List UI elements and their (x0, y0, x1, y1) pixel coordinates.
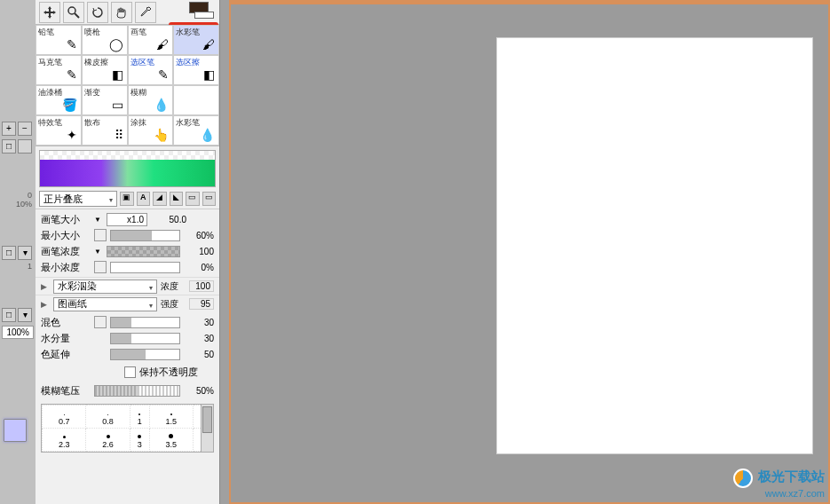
wc-bleed-density-label: 浓度 (161, 280, 186, 293)
brush-sel-erase[interactable]: 选区擦◧ (173, 55, 219, 85)
rotate-tool[interactable] (87, 2, 108, 23)
brush-bucket[interactable]: 油漆桶🪣 (36, 85, 82, 115)
canvas-viewport[interactable] (229, 0, 830, 504)
box-button-2[interactable] (18, 139, 32, 154)
density-label: 画笔浓度 (41, 245, 91, 258)
size-cell[interactable]: 2.6 (86, 429, 130, 452)
brush-watercolor2[interactable]: 水彩笔💧 (173, 115, 219, 146)
canvas-tools-row (36, 0, 219, 25)
minus-button[interactable]: − (18, 122, 32, 136)
eyedropper-tool[interactable] (135, 2, 156, 23)
size-cell[interactable]: 1 (130, 406, 149, 429)
wc-bleed-select[interactable]: 水彩泅染 (53, 280, 157, 294)
canvas[interactable] (497, 38, 812, 453)
gradient-preview[interactable] (39, 150, 216, 187)
svg-line-1 (75, 13, 79, 18)
min-density-icon[interactable] (94, 261, 107, 273)
blur-pressure-value: 50% (184, 386, 214, 396)
blend-btn-2[interactable]: ◢ (153, 192, 167, 206)
brush-brush[interactable]: 画笔🖌 (128, 25, 174, 55)
svg-point-0 (68, 7, 75, 14)
brush-effect[interactable]: 特效笔✦ (36, 115, 82, 146)
brush-blur[interactable]: 模糊💧 (128, 85, 174, 115)
paper-strength-label: 强度 (161, 298, 186, 311)
paper-select[interactable]: 图画纸 (53, 297, 157, 311)
blend-mode-select[interactable]: 正片叠底 (39, 191, 117, 207)
min-density-slider[interactable] (110, 262, 180, 273)
blend-mode-row: 正片叠底 ▣ A ◢ ◣ ▭ ▭ (36, 189, 219, 209)
watermark: 极光下载站 www.xz7.com (733, 469, 825, 499)
size-cell[interactable]: 0.8 (86, 406, 130, 429)
brush-sel-pen[interactable]: 选区笔✎ (128, 55, 174, 85)
value-1: 1 (0, 262, 36, 271)
blend-btn-3[interactable]: ◣ (170, 192, 184, 206)
brush-size-arrow[interactable]: ▼ (94, 216, 103, 224)
blur-pressure-slider[interactable] (94, 385, 180, 397)
blend-btn-1[interactable]: ▣ (120, 192, 134, 206)
blend-btn-a[interactable]: A (137, 192, 151, 206)
brush-size-label: 画笔大小 (41, 213, 91, 226)
mix-water-slider[interactable] (110, 333, 180, 344)
far-left-strip: + − □ 0 10% □ ▾ 1 □ ▾ 100% (0, 0, 36, 504)
brush-airbrush[interactable]: 喷枪◯ (82, 25, 128, 55)
density-slider[interactable] (107, 246, 180, 257)
hand-tool[interactable] (111, 2, 132, 23)
min-size-slider[interactable] (110, 230, 180, 241)
box-button-3[interactable]: □ (2, 246, 16, 260)
size-cell[interactable]: 3.5 (149, 429, 193, 452)
brush-marker[interactable]: 马克笔✎ (36, 55, 82, 85)
density-arrow[interactable]: ▼ (94, 248, 103, 256)
brush-gradient[interactable]: 渐变▭ (82, 85, 128, 115)
size-cell[interactable]: 2.3 (43, 429, 86, 452)
min-size-label: 最小大小 (41, 229, 91, 242)
color-swatches[interactable] (189, 2, 214, 19)
brush-empty1[interactable] (173, 85, 219, 115)
blend-btn-5[interactable]: ▭ (202, 192, 217, 206)
mix-blend-icon[interactable] (94, 316, 107, 328)
brush-size-grid[interactable]: 0.70.811.522.32.633.54 (41, 404, 214, 453)
value-0: 0 (0, 191, 36, 200)
min-density-value: 0% (184, 263, 214, 272)
mix-blend-value: 30 (184, 318, 214, 327)
min-size-icon[interactable] (94, 229, 107, 241)
size-grid-scrollbar[interactable] (201, 405, 213, 452)
zoom-tool[interactable] (63, 2, 84, 23)
keep-opacity-checkbox[interactable] (124, 366, 136, 378)
color-swatch-preview[interactable] (4, 419, 27, 442)
brush-watercolor[interactable]: 水彩笔🖌 (173, 25, 219, 55)
watermark-url: www.xz7.com (733, 488, 825, 499)
brush-pencil[interactable]: 铅笔✎ (36, 25, 82, 55)
wc-bleed-density-value[interactable]: 100 (189, 280, 214, 292)
zoom-100[interactable]: 100% (2, 326, 34, 339)
move-tool[interactable] (39, 2, 60, 23)
mix-spread-slider[interactable] (110, 349, 180, 360)
tool-panel: 铅笔✎喷枪◯画笔🖌水彩笔🖌马克笔✎橡皮擦◧选区笔✎选区擦◧油漆桶🪣渐变▭模糊💧特… (36, 0, 220, 504)
dropdown-button[interactable]: ▾ (18, 246, 32, 260)
mix-blend-slider[interactable] (110, 317, 180, 328)
size-cell[interactable]: 0.7 (43, 406, 86, 429)
size-cell[interactable]: 3 (130, 429, 149, 452)
paper-strength-value[interactable]: 95 (189, 298, 214, 310)
blur-pressure-label: 模糊笔压 (41, 384, 91, 398)
blend-mode-value: 正片叠底 (43, 193, 83, 206)
brush-size-scale[interactable]: x1.0 (107, 213, 147, 226)
brush-eraser[interactable]: 橡皮擦◧ (82, 55, 128, 85)
mix-spread-label: 色延伸 (41, 348, 91, 361)
min-density-label: 最小浓度 (41, 261, 91, 274)
min-size-value: 60% (184, 231, 214, 240)
wc-bleed-expand[interactable]: ▶ (41, 282, 50, 291)
value-10pct: 10% (0, 200, 36, 209)
brush-scatter[interactable]: 散布⠿ (82, 115, 128, 146)
paper-expand[interactable]: ▶ (41, 300, 50, 309)
blend-btn-4[interactable]: ▭ (186, 192, 200, 206)
size-cell[interactable]: 1.5 (149, 406, 193, 429)
watermark-title: 极光下载站 (758, 469, 825, 484)
box-button-1[interactable]: □ (2, 139, 16, 154)
plus-button[interactable]: + (2, 122, 16, 136)
dropdown-button-2[interactable]: ▾ (18, 308, 32, 322)
box-button-4[interactable]: □ (2, 308, 16, 322)
brush-smudge[interactable]: 涂抹👆 (128, 115, 174, 146)
background-color[interactable] (194, 12, 214, 19)
keep-opacity-label: 保持不透明度 (139, 366, 198, 379)
brush-size-value[interactable]: 50.0 (151, 215, 186, 224)
